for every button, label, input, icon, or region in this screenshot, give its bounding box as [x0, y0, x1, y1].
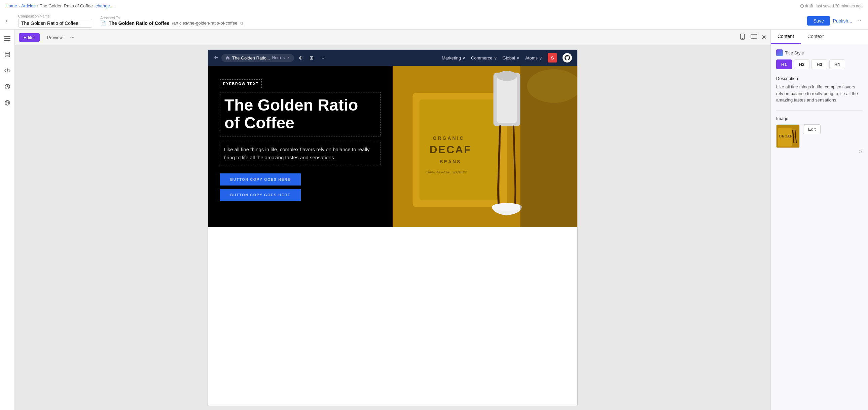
- nav-storefront-avatar: S: [548, 53, 557, 63]
- copy-icon[interactable]: ⧉: [240, 21, 243, 26]
- svg-point-21: [492, 203, 522, 211]
- breadcrumb-articles[interactable]: Articles: [21, 3, 36, 8]
- canvas-nav-right: Marketing ∨ Commerce ∨ Global ∨ Atoms: [442, 53, 572, 63]
- mobile-preview-button[interactable]: [739, 32, 747, 42]
- title-style-label-text: Title Style: [785, 50, 804, 56]
- sidebar-icon-code[interactable]: [3, 66, 12, 75]
- image-link-icon[interactable]: ⛓: [859, 149, 863, 154]
- svg-rect-1: [4, 38, 10, 39]
- description-label: Description: [776, 76, 863, 81]
- svg-point-3: [5, 52, 10, 54]
- hero-desc-box[interactable]: Like all fine things in life, complex fl…: [220, 142, 380, 165]
- component-breadcrumb: The Golden Ratio... Hero ∨ ∧: [221, 54, 294, 62]
- draft-label: draft: [805, 4, 813, 8]
- nav-grid-button[interactable]: ⊞: [308, 54, 316, 62]
- svg-rect-10: [751, 34, 757, 38]
- eyebrow-text: EYEBROW TEXT: [220, 79, 262, 88]
- canvas-back-button[interactable]: [213, 55, 219, 61]
- hero-right: ORGANIC DECAF BEANS 100% GLACIAL WASHED: [393, 66, 577, 227]
- svg-point-9: [742, 38, 743, 39]
- hero-section: EYEBROW TEXT The Golden Ratio of Coffee …: [208, 66, 577, 227]
- breadcrumb-change[interactable]: change...: [96, 3, 114, 8]
- editor-toolbar: Editor Preview ··· ✕: [15, 30, 770, 45]
- svg-text:ORGANIC: ORGANIC: [433, 135, 465, 141]
- sidebar-icon-database[interactable]: [3, 50, 12, 59]
- draft-dot: [800, 4, 804, 8]
- svg-text:DECAF: DECAF: [430, 143, 472, 156]
- more-options-button[interactable]: ···: [855, 16, 863, 26]
- component-name: The Golden Ratio...: [232, 56, 270, 61]
- right-panel: Content Context Title Style H1 H2 H3 H4 …: [770, 30, 868, 410]
- sidebar-icon-menu[interactable]: [3, 34, 12, 43]
- image-thumbnail-container: DECAF Edit: [776, 124, 863, 148]
- h1-button[interactable]: H1: [776, 60, 792, 69]
- image-section: Image DECAF Edit: [776, 116, 863, 154]
- tab-context[interactable]: Context: [801, 30, 830, 44]
- nav-marketing[interactable]: Marketing ∨: [442, 56, 466, 61]
- comp-name-label: Composition Name: [18, 14, 92, 18]
- breadcrumb-page: The Golden Ratio of Coffee: [40, 3, 93, 8]
- hero-button-2[interactable]: BUTTON COPY GOES HERE: [220, 189, 301, 201]
- svg-text:DECAF: DECAF: [779, 134, 792, 138]
- svg-text:BEANS: BEANS: [440, 159, 461, 164]
- sidebar-icon-history[interactable]: [3, 82, 12, 92]
- canvas-nav: The Golden Ratio... Hero ∨ ∧ ⊕ ⊞ ··· Mar…: [208, 50, 577, 66]
- tab-preview[interactable]: Preview: [42, 33, 67, 42]
- breadcrumb-home[interactable]: Home: [5, 3, 17, 8]
- doc-icon: 📄: [100, 21, 106, 26]
- close-button[interactable]: ✕: [761, 34, 766, 41]
- hero-left: EYEBROW TEXT The Golden Ratio of Coffee …: [208, 66, 393, 227]
- nav-global[interactable]: Global ∨: [503, 56, 520, 61]
- back-button[interactable]: ‹: [5, 17, 7, 24]
- nav-commerce[interactable]: Commerce ∨: [471, 56, 497, 61]
- editor-area: Editor Preview ··· ✕: [15, 30, 770, 410]
- breadcrumb: Home › Articles › The Golden Ratio of Co…: [5, 3, 114, 8]
- home-mini-icon: [225, 56, 230, 60]
- sidebar-icon-globe[interactable]: [3, 98, 12, 107]
- attached-url: /articles/the-golden-ratio-of-coffee: [172, 21, 237, 26]
- composition-bar: ‹ Composition Name Attached To 📄 The Gol…: [0, 12, 868, 30]
- publish-button[interactable]: Publish...: [833, 18, 852, 24]
- svg-rect-2: [4, 40, 10, 41]
- description-section: Description Like all fine things in life…: [776, 76, 863, 103]
- comp-bar-right: Save Publish... ···: [807, 16, 863, 26]
- desktop-preview-button[interactable]: [749, 33, 759, 42]
- breadcrumb-sep2: ›: [37, 3, 38, 8]
- nav-atoms[interactable]: Atoms ∨: [525, 56, 542, 61]
- canvas-nav-left: The Golden Ratio... Hero ∨ ∧ ⊕ ⊞ ···: [213, 54, 326, 62]
- h2-button[interactable]: H2: [794, 60, 810, 69]
- image-edit-button[interactable]: Edit: [803, 124, 820, 134]
- nav-github-icon[interactable]: [562, 53, 572, 63]
- hero-title-box[interactable]: The Golden Ratio of Coffee: [220, 92, 380, 136]
- draft-indicator: draft: [800, 4, 813, 8]
- title-style-section: Title Style H1 H2 H3 H4: [776, 49, 863, 69]
- main-layout: Editor Preview ··· ✕: [0, 30, 868, 410]
- attached-doc-name: The Golden Ratio of Coffee: [108, 21, 169, 26]
- hero-button-1[interactable]: BUTTON COPY GOES HERE: [220, 173, 301, 185]
- description-text: Like all fine things in life, complex fl…: [776, 84, 863, 103]
- image-label: Image: [776, 116, 863, 121]
- heading-buttons: H1 H2 H3 H4: [776, 60, 863, 69]
- save-button[interactable]: Save: [807, 16, 830, 26]
- toolbar-more-button[interactable]: ···: [70, 34, 74, 40]
- comp-name-input[interactable]: [18, 19, 92, 28]
- h4-button[interactable]: H4: [829, 60, 845, 69]
- nav-target-button[interactable]: ⊕: [297, 54, 305, 62]
- image-thumbnail[interactable]: DECAF: [776, 124, 800, 148]
- hero-title: The Golden Ratio of Coffee: [224, 97, 376, 132]
- attached-to-label: Attached To: [100, 16, 243, 20]
- nav-more-button[interactable]: ···: [318, 54, 326, 62]
- title-style-header: Title Style: [776, 49, 863, 56]
- tab-editor[interactable]: Editor: [19, 33, 40, 42]
- breadcrumb-sep1: ›: [19, 3, 20, 8]
- hero-description: Like all fine things in life, complex fl…: [224, 145, 377, 162]
- h3-button[interactable]: H3: [811, 60, 827, 69]
- tab-content[interactable]: Content: [771, 30, 801, 44]
- comp-nav-arrows: ∨ ∧: [283, 56, 290, 60]
- canvas: The Golden Ratio... Hero ∨ ∧ ⊕ ⊞ ··· Mar…: [208, 49, 578, 406]
- top-bar-right: draft last saved 30 minutes ago: [800, 4, 863, 8]
- panel-divider: [776, 110, 863, 110]
- left-sidebar: [0, 30, 15, 410]
- attached-row: 📄 The Golden Ratio of Coffee /articles/t…: [100, 21, 243, 26]
- attached-section: Attached To 📄 The Golden Ratio of Coffee…: [100, 16, 243, 26]
